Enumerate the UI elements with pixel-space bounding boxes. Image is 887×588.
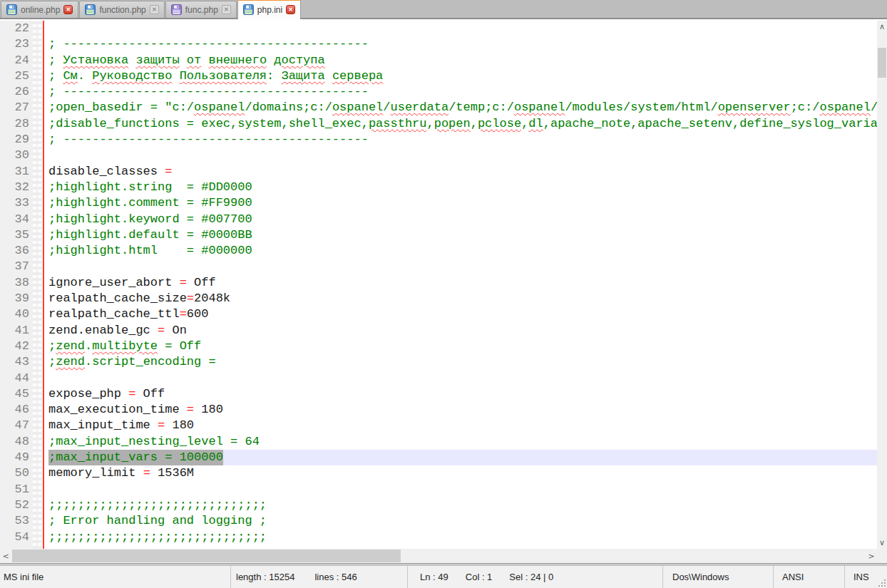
line-number[interactable]: 44 — [0, 371, 33, 386]
bookmark-cell[interactable] — [33, 116, 42, 132]
code-line[interactable]: 33;highlight.comment = #FF9900 — [0, 195, 877, 211]
code-line[interactable]: 48;max_input_nesting_level = 64 — [0, 434, 877, 450]
line-number[interactable]: 36 — [0, 243, 33, 259]
line-number[interactable]: 47 — [0, 418, 33, 433]
bookmark-cell[interactable] — [33, 21, 42, 36]
line-number[interactable]: 41 — [0, 323, 33, 339]
bookmark-cell[interactable] — [33, 434, 42, 450]
code-line[interactable]: 34;highlight.keyword = #007700 — [0, 212, 877, 227]
scroll-up-icon[interactable]: ∧ — [877, 21, 887, 33]
resize-grip[interactable] — [878, 579, 886, 587]
code-line[interactable]: 42;zend.multibyte = Off — [0, 339, 877, 354]
code-text[interactable] — [42, 482, 877, 497]
code-text[interactable]: ;highlight.string = #DD0000 — [42, 180, 877, 195]
line-number[interactable]: 38 — [0, 275, 33, 291]
code-text[interactable] — [42, 259, 877, 274]
code-line[interactable]: 26; ------------------------------------… — [0, 84, 877, 100]
bookmark-cell[interactable] — [33, 164, 42, 180]
tab-function-php[interactable]: function.php ✕ — [79, 1, 164, 18]
code-line[interactable]: 39realpath_cache_size=2048k — [0, 291, 877, 306]
bookmark-cell[interactable] — [33, 195, 42, 211]
bookmark-cell[interactable] — [33, 402, 42, 418]
code-line[interactable]: 54;;;;;;;;;;;;;;;;;;;;;;;;;;;;;; — [0, 530, 877, 545]
scroll-right-icon[interactable]: > — [866, 549, 877, 563]
code-line[interactable]: 28;disable_functions = exec,system,shell… — [0, 116, 877, 132]
line-number[interactable]: 48 — [0, 434, 33, 450]
code-text[interactable]: ignore_user_abort = Off — [42, 275, 877, 291]
code-text[interactable]: ;highlight.default = #0000BB — [42, 227, 877, 243]
line-number[interactable]: 23 — [0, 36, 33, 52]
code-line[interactable]: 36;highlight.html = #000000 — [0, 243, 877, 259]
line-number[interactable]: 37 — [0, 259, 33, 274]
line-number[interactable]: 28 — [0, 116, 33, 132]
bookmark-cell[interactable] — [33, 243, 42, 259]
close-icon[interactable]: ✕ — [150, 5, 159, 14]
code-text[interactable]: ; Error handling and logging ; — [42, 513, 877, 529]
bookmark-cell[interactable] — [33, 371, 42, 386]
line-number[interactable]: 31 — [0, 164, 33, 180]
line-number[interactable]: 32 — [0, 180, 33, 195]
line-number[interactable]: 42 — [0, 339, 33, 354]
bookmark-cell[interactable] — [33, 497, 42, 513]
code-line[interactable]: 50memory_limit = 1536M — [0, 465, 877, 481]
code-line[interactable]: 45expose_php = Off — [0, 386, 877, 402]
bookmark-cell[interactable] — [33, 291, 42, 306]
code-line[interactable]: 23; ------------------------------------… — [0, 36, 877, 52]
bookmark-cell[interactable] — [33, 212, 42, 227]
vertical-scrollbar-thumb[interactable] — [878, 48, 886, 78]
line-number[interactable]: 33 — [0, 195, 33, 211]
bookmark-cell[interactable] — [33, 323, 42, 339]
line-number[interactable]: 53 — [0, 513, 33, 529]
close-icon[interactable]: ✕ — [63, 5, 73, 14]
code-text[interactable]: ;;;;;;;;;;;;;;;;;;;;;;;;;;;;;; — [42, 497, 877, 513]
bookmark-cell[interactable] — [33, 530, 42, 545]
code-text[interactable]: ;open_basedir = "c:/ospanel/domains;c:/o… — [42, 100, 877, 115]
close-icon[interactable]: ✕ — [286, 5, 295, 14]
line-number[interactable]: 35 — [0, 227, 33, 243]
bookmark-cell[interactable] — [33, 36, 42, 52]
line-number[interactable]: 49 — [0, 450, 33, 465]
bookmark-cell[interactable] — [33, 132, 42, 148]
line-number[interactable]: 45 — [0, 386, 33, 402]
vertical-scrollbar[interactable]: ∧ ∨ — [877, 21, 887, 549]
code-text[interactable]: ;zend.script_encoding = — [42, 354, 877, 370]
bookmark-cell[interactable] — [33, 354, 42, 370]
bookmark-cell[interactable] — [33, 275, 42, 291]
bookmark-cell[interactable] — [33, 84, 42, 100]
code-text[interactable]: ; См. Руководство Пользователя: Защита с… — [42, 68, 877, 84]
bookmark-cell[interactable] — [33, 386, 42, 402]
code-text[interactable]: ; --------------------------------------… — [42, 36, 877, 52]
bookmark-cell[interactable] — [33, 339, 42, 354]
bookmark-cell[interactable] — [33, 53, 42, 68]
horizontal-scrollbar-thumb[interactable] — [12, 550, 401, 562]
line-number[interactable]: 27 — [0, 100, 33, 115]
bookmark-cell[interactable] — [33, 227, 42, 243]
code-line[interactable]: 53; Error handling and logging ; — [0, 513, 877, 529]
code-line[interactable]: 25; См. Руководство Пользователя: Защита… — [0, 68, 877, 84]
line-number[interactable]: 24 — [0, 53, 33, 68]
code-text[interactable]: ; --------------------------------------… — [42, 132, 877, 148]
code-line[interactable]: 30 — [0, 148, 877, 163]
bookmark-cell[interactable] — [33, 513, 42, 529]
code-line[interactable]: 46max_execution_time = 180 — [0, 402, 877, 418]
bookmark-cell[interactable] — [33, 418, 42, 433]
code-line[interactable]: 47max_input_time = 180 — [0, 418, 877, 433]
bookmark-cell[interactable] — [33, 68, 42, 84]
code-line[interactable]: 41zend.enable_gc = On — [0, 323, 877, 339]
tab-online-php[interactable]: online.php ✕ — [1, 1, 78, 18]
code-line[interactable]: 22 — [0, 21, 877, 36]
bookmark-cell[interactable] — [33, 306, 42, 322]
code-text[interactable]: ;max_input_vars = 100000 — [42, 450, 877, 465]
line-number[interactable]: 46 — [0, 402, 33, 418]
bookmark-cell[interactable] — [33, 148, 42, 163]
code-text[interactable]: disable_classes = — [42, 164, 877, 180]
code-text[interactable] — [42, 148, 877, 163]
status-encoding[interactable]: ANSI — [774, 566, 845, 588]
code-line[interactable]: 43;zend.script_encoding = — [0, 354, 877, 370]
code-line[interactable]: 52;;;;;;;;;;;;;;;;;;;;;;;;;;;;;; — [0, 497, 877, 513]
line-number[interactable]: 25 — [0, 68, 33, 84]
line-number[interactable]: 50 — [0, 465, 33, 481]
code-line[interactable]: 38ignore_user_abort = Off — [0, 275, 877, 291]
code-line[interactable]: 44 — [0, 371, 877, 386]
code-text[interactable]: max_input_time = 180 — [42, 418, 877, 433]
